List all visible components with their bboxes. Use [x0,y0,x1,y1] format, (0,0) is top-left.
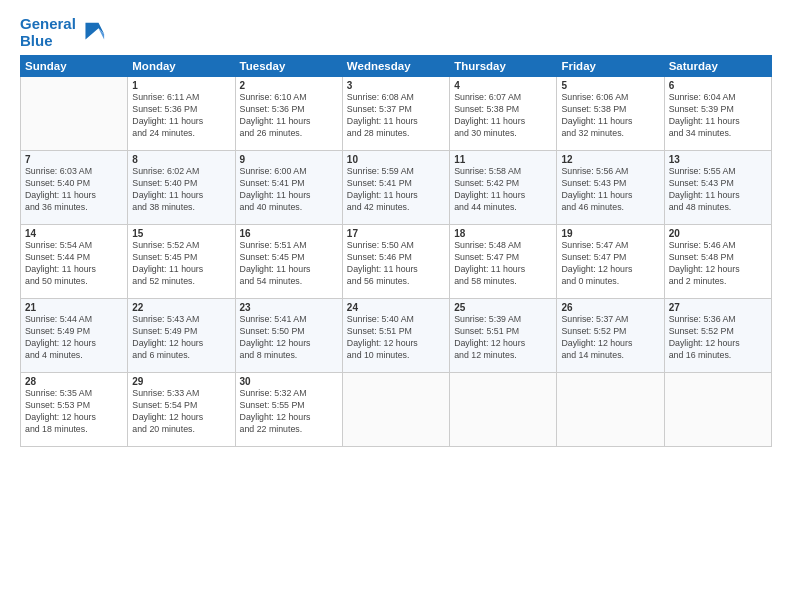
day-number: 18 [454,228,552,239]
calendar-cell: 1Sunrise: 6:11 AM Sunset: 5:36 PM Daylig… [128,77,235,151]
day-info: Sunrise: 5:40 AM Sunset: 5:51 PM Dayligh… [347,314,445,362]
day-number: 29 [132,376,230,387]
header: General Blue [20,16,772,49]
calendar-cell: 10Sunrise: 5:59 AM Sunset: 5:41 PM Dayli… [342,151,449,225]
day-number: 17 [347,228,445,239]
calendar-cell [557,373,664,447]
day-info: Sunrise: 5:39 AM Sunset: 5:51 PM Dayligh… [454,314,552,362]
calendar-cell: 3Sunrise: 6:08 AM Sunset: 5:37 PM Daylig… [342,77,449,151]
calendar-cell: 24Sunrise: 5:40 AM Sunset: 5:51 PM Dayli… [342,299,449,373]
calendar-cell: 18Sunrise: 5:48 AM Sunset: 5:47 PM Dayli… [450,225,557,299]
day-info: Sunrise: 5:41 AM Sunset: 5:50 PM Dayligh… [240,314,338,362]
day-info: Sunrise: 5:56 AM Sunset: 5:43 PM Dayligh… [561,166,659,214]
calendar-cell: 29Sunrise: 5:33 AM Sunset: 5:54 PM Dayli… [128,373,235,447]
day-number: 16 [240,228,338,239]
calendar-cell: 23Sunrise: 5:41 AM Sunset: 5:50 PM Dayli… [235,299,342,373]
day-info: Sunrise: 5:44 AM Sunset: 5:49 PM Dayligh… [25,314,123,362]
day-info: Sunrise: 5:36 AM Sunset: 5:52 PM Dayligh… [669,314,767,362]
week-row-1: 1Sunrise: 6:11 AM Sunset: 5:36 PM Daylig… [21,77,772,151]
day-info: Sunrise: 5:32 AM Sunset: 5:55 PM Dayligh… [240,388,338,436]
day-info: Sunrise: 6:06 AM Sunset: 5:38 PM Dayligh… [561,92,659,140]
calendar-cell: 14Sunrise: 5:54 AM Sunset: 5:44 PM Dayli… [21,225,128,299]
calendar-header: SundayMondayTuesdayWednesdayThursdayFrid… [21,56,772,77]
week-row-3: 14Sunrise: 5:54 AM Sunset: 5:44 PM Dayli… [21,225,772,299]
calendar-cell: 12Sunrise: 5:56 AM Sunset: 5:43 PM Dayli… [557,151,664,225]
day-info: Sunrise: 5:55 AM Sunset: 5:43 PM Dayligh… [669,166,767,214]
calendar-table: SundayMondayTuesdayWednesdayThursdayFrid… [20,55,772,447]
col-wednesday: Wednesday [342,56,449,77]
day-info: Sunrise: 5:50 AM Sunset: 5:46 PM Dayligh… [347,240,445,288]
day-number: 2 [240,80,338,91]
page: General Blue SundayMondayTuesdayWednesda… [0,0,792,612]
col-monday: Monday [128,56,235,77]
header-row: SundayMondayTuesdayWednesdayThursdayFrid… [21,56,772,77]
calendar-cell: 30Sunrise: 5:32 AM Sunset: 5:55 PM Dayli… [235,373,342,447]
week-row-5: 28Sunrise: 5:35 AM Sunset: 5:53 PM Dayli… [21,373,772,447]
calendar-body: 1Sunrise: 6:11 AM Sunset: 5:36 PM Daylig… [21,77,772,447]
day-number: 12 [561,154,659,165]
calendar-cell: 21Sunrise: 5:44 AM Sunset: 5:49 PM Dayli… [21,299,128,373]
day-number: 4 [454,80,552,91]
calendar-cell: 20Sunrise: 5:46 AM Sunset: 5:48 PM Dayli… [664,225,771,299]
day-info: Sunrise: 5:47 AM Sunset: 5:47 PM Dayligh… [561,240,659,288]
col-thursday: Thursday [450,56,557,77]
week-row-2: 7Sunrise: 6:03 AM Sunset: 5:40 PM Daylig… [21,151,772,225]
day-info: Sunrise: 5:51 AM Sunset: 5:45 PM Dayligh… [240,240,338,288]
logo-text: General [20,16,76,33]
day-number: 14 [25,228,123,239]
day-info: Sunrise: 6:11 AM Sunset: 5:36 PM Dayligh… [132,92,230,140]
day-info: Sunrise: 6:10 AM Sunset: 5:36 PM Dayligh… [240,92,338,140]
day-number: 28 [25,376,123,387]
calendar-cell: 6Sunrise: 6:04 AM Sunset: 5:39 PM Daylig… [664,77,771,151]
day-number: 26 [561,302,659,313]
day-info: Sunrise: 6:08 AM Sunset: 5:37 PM Dayligh… [347,92,445,140]
calendar-cell: 8Sunrise: 6:02 AM Sunset: 5:40 PM Daylig… [128,151,235,225]
day-number: 11 [454,154,552,165]
col-friday: Friday [557,56,664,77]
day-number: 1 [132,80,230,91]
day-number: 6 [669,80,767,91]
col-tuesday: Tuesday [235,56,342,77]
day-number: 7 [25,154,123,165]
calendar-cell [450,373,557,447]
calendar-cell: 4Sunrise: 6:07 AM Sunset: 5:38 PM Daylig… [450,77,557,151]
day-number: 27 [669,302,767,313]
day-number: 19 [561,228,659,239]
calendar-cell [342,373,449,447]
calendar-cell: 22Sunrise: 5:43 AM Sunset: 5:49 PM Dayli… [128,299,235,373]
day-info: Sunrise: 6:00 AM Sunset: 5:41 PM Dayligh… [240,166,338,214]
day-number: 20 [669,228,767,239]
day-info: Sunrise: 5:52 AM Sunset: 5:45 PM Dayligh… [132,240,230,288]
day-number: 13 [669,154,767,165]
calendar-cell: 11Sunrise: 5:58 AM Sunset: 5:42 PM Dayli… [450,151,557,225]
day-number: 25 [454,302,552,313]
calendar-cell: 17Sunrise: 5:50 AM Sunset: 5:46 PM Dayli… [342,225,449,299]
day-number: 24 [347,302,445,313]
day-info: Sunrise: 5:35 AM Sunset: 5:53 PM Dayligh… [25,388,123,436]
day-number: 15 [132,228,230,239]
day-info: Sunrise: 6:02 AM Sunset: 5:40 PM Dayligh… [132,166,230,214]
day-info: Sunrise: 5:37 AM Sunset: 5:52 PM Dayligh… [561,314,659,362]
calendar-cell: 16Sunrise: 5:51 AM Sunset: 5:45 PM Dayli… [235,225,342,299]
logo-general: General [20,15,76,32]
day-number: 30 [240,376,338,387]
calendar-cell: 7Sunrise: 6:03 AM Sunset: 5:40 PM Daylig… [21,151,128,225]
day-info: Sunrise: 5:54 AM Sunset: 5:44 PM Dayligh… [25,240,123,288]
day-number: 9 [240,154,338,165]
calendar-cell: 19Sunrise: 5:47 AM Sunset: 5:47 PM Dayli… [557,225,664,299]
calendar-cell: 2Sunrise: 6:10 AM Sunset: 5:36 PM Daylig… [235,77,342,151]
day-info: Sunrise: 5:59 AM Sunset: 5:41 PM Dayligh… [347,166,445,214]
calendar-cell: 25Sunrise: 5:39 AM Sunset: 5:51 PM Dayli… [450,299,557,373]
day-info: Sunrise: 6:04 AM Sunset: 5:39 PM Dayligh… [669,92,767,140]
day-number: 3 [347,80,445,91]
day-number: 21 [25,302,123,313]
col-saturday: Saturday [664,56,771,77]
day-number: 10 [347,154,445,165]
calendar-cell: 9Sunrise: 6:00 AM Sunset: 5:41 PM Daylig… [235,151,342,225]
day-info: Sunrise: 6:03 AM Sunset: 5:40 PM Dayligh… [25,166,123,214]
day-number: 5 [561,80,659,91]
day-info: Sunrise: 5:43 AM Sunset: 5:49 PM Dayligh… [132,314,230,362]
logo: General Blue [20,16,106,49]
calendar-cell: 27Sunrise: 5:36 AM Sunset: 5:52 PM Dayli… [664,299,771,373]
calendar-cell [21,77,128,151]
